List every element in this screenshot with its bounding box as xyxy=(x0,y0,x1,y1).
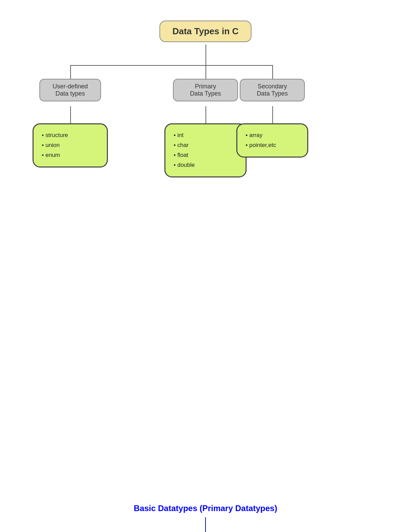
item-pointer: pointer,etc xyxy=(246,140,299,150)
d2-title-text: Basic Datatypes (Primary Datatypes) xyxy=(134,504,277,513)
vline-l1l2-right xyxy=(272,106,273,123)
root-node: Data Types in C xyxy=(159,21,251,42)
root-vline xyxy=(206,45,206,65)
l2-user-defined-box: structure union enum xyxy=(33,123,108,168)
item-double: double xyxy=(174,160,237,170)
diagram1: Data Types in C User-definedData types P… xyxy=(0,0,411,247)
root-label: Data Types in C xyxy=(172,26,238,36)
l2-secondary-box: array pointer,etc xyxy=(236,123,308,158)
l1-user-defined: User-definedData types xyxy=(39,79,101,101)
l1-primary: PrimaryData Types xyxy=(173,79,238,101)
item-int: int xyxy=(174,131,237,140)
d1-hline xyxy=(70,65,272,66)
l1-secondary: SecondaryData Types xyxy=(240,79,305,101)
d1-vline-left xyxy=(70,65,71,79)
vline-l1l2-left xyxy=(70,106,71,123)
d2-title: Basic Datatypes (Primary Datatypes) xyxy=(134,504,277,513)
item-union: union xyxy=(42,140,99,150)
item-array: array xyxy=(246,131,299,140)
item-enum: enum xyxy=(42,150,99,160)
d1-vline-right xyxy=(272,65,273,79)
item-char: char xyxy=(174,140,237,150)
item-structure: structure xyxy=(42,131,99,140)
vline-l1l2-center xyxy=(206,106,206,123)
l2-primary-box: int char float double xyxy=(164,123,247,177)
item-float: float xyxy=(174,150,237,160)
d1-vline-center xyxy=(206,65,206,79)
diagram2: Basic Datatypes (Primary Datatypes) xyxy=(0,493,411,532)
